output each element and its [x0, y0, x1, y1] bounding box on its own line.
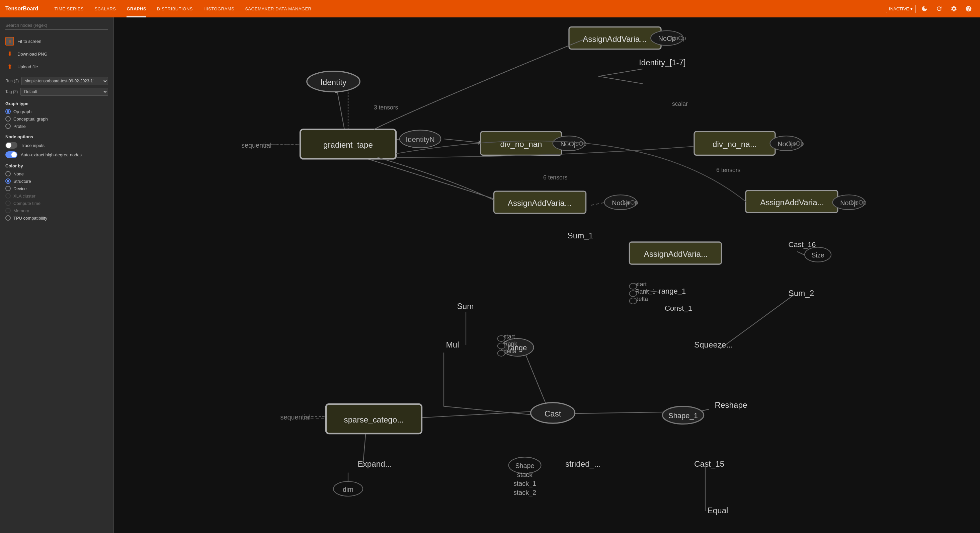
- svg-text:dim: dim: [343, 486, 353, 493]
- svg-text:Cast_16: Cast_16: [789, 240, 816, 249]
- radio-op-graph[interactable]: Op graph: [5, 109, 108, 114]
- svg-text:Cast_15: Cast_15: [694, 459, 724, 468]
- radio-profile-circle: [5, 124, 11, 129]
- svg-text:range_1: range_1: [659, 287, 686, 295]
- color-device[interactable]: Device: [5, 186, 108, 191]
- nav-scalars[interactable]: SCALARS: [89, 0, 121, 18]
- svg-text:6 tensors: 6 tensors: [716, 167, 741, 173]
- svg-text:NoOp: NoOp: [671, 35, 686, 41]
- svg-text:Mul: Mul: [446, 340, 459, 349]
- svg-text:Rank: Rank: [503, 340, 517, 347]
- nav-time-series[interactable]: TIME SERIES: [49, 0, 89, 18]
- trace-inputs-row: Trace inputs: [5, 142, 108, 149]
- svg-text:3 tensors: 3 tensors: [374, 104, 398, 111]
- theme-toggle-button[interactable]: [918, 3, 931, 15]
- svg-text:stack: stack: [517, 471, 533, 479]
- graph-svg: gradient_tape div_no_nan div_no_na... As…: [114, 18, 980, 533]
- settings-button[interactable]: [948, 3, 960, 15]
- color-by-title: Color by: [5, 163, 108, 169]
- svg-text:Cast: Cast: [544, 409, 561, 418]
- nav-right: INACTIVE ▾: [886, 3, 975, 15]
- auto-extract-row: Auto-extract high-degree nodes: [5, 151, 108, 158]
- svg-text:NoOp: NoOp: [623, 199, 638, 206]
- trace-inputs-toggle[interactable]: [5, 142, 18, 149]
- color-structure[interactable]: Structure: [5, 178, 108, 184]
- color-xla: XLA cluster: [5, 193, 108, 199]
- status-label: INACTIVE: [889, 6, 909, 11]
- fit-to-screen-icon: ⊞: [5, 37, 14, 46]
- auto-extract-toggle[interactable]: [5, 151, 18, 158]
- svg-text:Sum: Sum: [457, 302, 474, 311]
- color-device-circle: [5, 186, 11, 191]
- color-xla-circle: [5, 193, 11, 199]
- svg-text:strided_...: strided_...: [565, 459, 601, 468]
- search-input[interactable]: [5, 21, 108, 29]
- nav-links: TIME SERIES SCALARS GRAPHS DISTRIBUTIONS…: [49, 0, 886, 18]
- svg-text:Equal: Equal: [708, 506, 728, 515]
- help-button[interactable]: [963, 3, 975, 15]
- download-icon: ⬇: [5, 49, 14, 58]
- svg-text:div_no_na...: div_no_na...: [713, 140, 757, 149]
- graph-canvas[interactable]: gradient_tape div_no_nan div_no_na... As…: [114, 18, 980, 533]
- graph-type-radio-group: Op graph Conceptual graph Profile: [5, 109, 108, 129]
- svg-text:Size: Size: [811, 251, 824, 259]
- color-tpu[interactable]: TPU compatibility: [5, 215, 108, 221]
- svg-text:AssignAddVaria...: AssignAddVaria...: [644, 250, 708, 258]
- run-label: Run (2): [5, 79, 19, 83]
- refresh-button[interactable]: [933, 3, 945, 15]
- tag-select[interactable]: Default: [21, 88, 108, 96]
- radio-conceptual-graph-circle: [5, 116, 11, 121]
- svg-text:sparse_catego...: sparse_catego...: [344, 415, 404, 424]
- svg-text:Rank_1: Rank_1: [635, 288, 655, 295]
- svg-text:scalar: scalar: [672, 100, 688, 107]
- sidebar: ⊞ Fit to screen ⬇ Download PNG ⬆ Upload …: [0, 18, 114, 533]
- svg-point-48: [498, 336, 505, 342]
- svg-text:Expand...: Expand...: [358, 459, 392, 468]
- svg-text:NoOp: NoOp: [789, 140, 804, 147]
- svg-text:Shape_1: Shape_1: [668, 412, 698, 420]
- svg-text:Shape: Shape: [515, 462, 534, 469]
- color-memory-circle: [5, 208, 11, 213]
- brand-logo: TensorBoard: [5, 6, 38, 12]
- svg-text:AssignAddVaria...: AssignAddVaria...: [760, 198, 824, 207]
- run-select[interactable]: simple-tensorboard-test-09-02-2023-1': [21, 77, 108, 85]
- svg-text:delta: delta: [635, 296, 648, 302]
- main-layout: ⊞ Fit to screen ⬇ Download PNG ⬆ Upload …: [0, 18, 980, 533]
- status-dropdown[interactable]: INACTIVE ▾: [886, 5, 916, 13]
- nav-sagemaker[interactable]: SAGEMAKER DATA MANAGER: [240, 0, 317, 18]
- fit-to-screen-button[interactable]: ⊞ Fit to screen: [5, 35, 108, 48]
- svg-text:Squeeze...: Squeeze...: [694, 340, 733, 349]
- svg-text:sequential: sequential: [241, 142, 272, 149]
- svg-text:IdentityN: IdentityN: [406, 135, 435, 144]
- color-memory: Memory: [5, 208, 108, 213]
- svg-text:NoOp: NoOp: [851, 199, 867, 206]
- svg-text:6 tensors: 6 tensors: [543, 174, 568, 181]
- radio-profile[interactable]: Profile: [5, 124, 108, 129]
- color-none-circle: [5, 171, 11, 177]
- svg-text:sequential: sequential: [280, 414, 310, 421]
- svg-text:Identity: Identity: [320, 78, 347, 87]
- svg-text:Sum_1: Sum_1: [568, 231, 593, 240]
- color-compute: Compute time: [5, 200, 108, 206]
- upload-file-button[interactable]: ⬆ Upload file: [5, 60, 108, 73]
- color-by-radio-group: None Structure Device XLA cluster Comput…: [5, 171, 108, 221]
- nav-distributions[interactable]: DISTRIBUTIONS: [152, 0, 198, 18]
- svg-point-50: [498, 350, 505, 356]
- tag-label: Tag (2): [5, 89, 18, 94]
- color-none[interactable]: None: [5, 171, 108, 177]
- nav-graphs[interactable]: GRAPHS: [121, 0, 152, 18]
- svg-point-49: [498, 343, 505, 349]
- radio-conceptual-graph[interactable]: Conceptual graph: [5, 116, 108, 121]
- download-png-button[interactable]: ⬇ Download PNG: [5, 48, 108, 60]
- radio-op-graph-circle: [5, 109, 11, 114]
- svg-point-55: [629, 283, 636, 289]
- upload-icon: ⬆: [5, 62, 14, 71]
- svg-point-57: [629, 298, 636, 304]
- svg-text:Sum_2: Sum_2: [789, 289, 815, 298]
- nav-histograms[interactable]: HISTOGRAMS: [198, 0, 240, 18]
- status-dropdown-arrow: ▾: [910, 6, 913, 11]
- svg-text:stack_1: stack_1: [514, 480, 536, 487]
- svg-text:Const_1: Const_1: [665, 304, 692, 312]
- svg-text:AssignAddVaria...: AssignAddVaria...: [583, 35, 646, 43]
- color-compute-circle: [5, 200, 11, 206]
